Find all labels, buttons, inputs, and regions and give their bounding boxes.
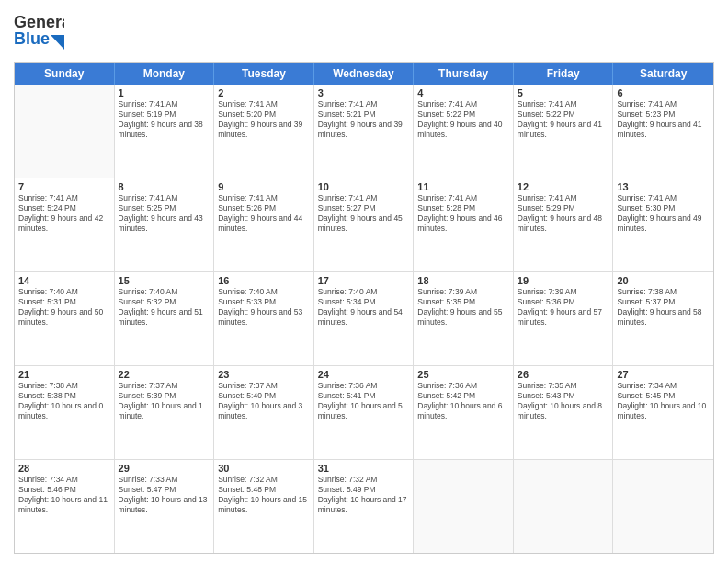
header-day-thursday: Thursday [414, 63, 514, 85]
sunset-text: Sunset: 5:43 PM [518, 391, 609, 401]
sunrise-text: Sunrise: 7:41 AM [119, 99, 210, 109]
sunset-text: Sunset: 5:46 PM [18, 485, 110, 495]
logo: General Blue [14, 9, 64, 54]
calendar-week-3: 14Sunrise: 7:40 AMSunset: 5:31 PMDayligh… [15, 272, 713, 366]
sunset-text: Sunset: 5:25 PM [119, 203, 210, 213]
calendar-cell: 5Sunrise: 7:41 AMSunset: 5:22 PMDaylight… [514, 85, 614, 178]
sunset-text: Sunset: 5:39 PM [119, 391, 210, 401]
calendar-cell: 28Sunrise: 7:34 AMSunset: 5:46 PMDayligh… [15, 460, 115, 553]
calendar-cell: 29Sunrise: 7:33 AMSunset: 5:47 PMDayligh… [115, 460, 215, 553]
day-number: 29 [119, 463, 210, 474]
day-number: 31 [318, 463, 410, 474]
calendar-cell: 23Sunrise: 7:37 AMSunset: 5:40 PMDayligh… [214, 366, 314, 459]
calendar-cell: 17Sunrise: 7:40 AMSunset: 5:34 PMDayligh… [314, 272, 415, 365]
calendar-cell: 9Sunrise: 7:41 AMSunset: 5:26 PMDaylight… [214, 178, 314, 271]
sunset-text: Sunset: 5:34 PM [318, 297, 410, 307]
calendar-cell: 24Sunrise: 7:36 AMSunset: 5:41 PMDayligh… [314, 366, 415, 459]
calendar-body: 1Sunrise: 7:41 AMSunset: 5:19 PMDaylight… [15, 85, 713, 553]
sunrise-text: Sunrise: 7:39 AM [417, 287, 509, 297]
calendar-week-1: 1Sunrise: 7:41 AMSunset: 5:19 PMDaylight… [15, 85, 713, 178]
sunrise-text: Sunrise: 7:40 AM [18, 287, 110, 297]
daylight-text: Daylight: 9 hours and 42 minutes. [18, 213, 110, 234]
svg-text:Blue: Blue [14, 29, 50, 48]
day-number: 23 [218, 369, 310, 380]
daylight-text: Daylight: 10 hours and 8 minutes. [518, 401, 609, 421]
day-number: 16 [218, 275, 310, 286]
sunrise-text: Sunrise: 7:34 AM [18, 475, 110, 485]
calendar-cell: 10Sunrise: 7:41 AMSunset: 5:27 PMDayligh… [314, 178, 415, 271]
sunrise-text: Sunrise: 7:41 AM [417, 193, 509, 203]
sunrise-text: Sunrise: 7:41 AM [518, 193, 609, 203]
header: General Blue [14, 9, 714, 54]
day-number: 11 [417, 181, 509, 192]
sunset-text: Sunset: 5:45 PM [617, 391, 710, 401]
day-number: 22 [119, 369, 210, 380]
sunrise-text: Sunrise: 7:41 AM [18, 193, 110, 203]
sunset-text: Sunset: 5:23 PM [617, 109, 710, 120]
sunrise-text: Sunrise: 7:40 AM [119, 287, 210, 297]
day-number: 7 [18, 181, 110, 192]
calendar-cell: 3Sunrise: 7:41 AMSunset: 5:21 PMDaylight… [314, 85, 415, 178]
daylight-text: Daylight: 9 hours and 43 minutes. [119, 213, 210, 234]
sunset-text: Sunset: 5:33 PM [218, 297, 310, 307]
day-number: 20 [617, 275, 710, 286]
calendar-week-5: 28Sunrise: 7:34 AMSunset: 5:46 PMDayligh… [15, 460, 713, 553]
calendar-cell: 2Sunrise: 7:41 AMSunset: 5:20 PMDaylight… [214, 85, 314, 178]
calendar-cell: 12Sunrise: 7:41 AMSunset: 5:29 PMDayligh… [514, 178, 614, 271]
day-number: 9 [218, 181, 310, 192]
sunrise-text: Sunrise: 7:41 AM [218, 99, 310, 109]
sunrise-text: Sunrise: 7:41 AM [617, 193, 710, 203]
sunrise-text: Sunrise: 7:37 AM [218, 381, 310, 391]
sunrise-text: Sunrise: 7:35 AM [518, 381, 609, 391]
daylight-text: Daylight: 9 hours and 44 minutes. [218, 213, 310, 234]
sunset-text: Sunset: 5:30 PM [617, 203, 710, 213]
day-number: 15 [119, 275, 210, 286]
sunset-text: Sunset: 5:29 PM [518, 203, 609, 213]
calendar-cell: 11Sunrise: 7:41 AMSunset: 5:28 PMDayligh… [414, 178, 514, 271]
header-day-monday: Monday [115, 63, 215, 85]
sunrise-text: Sunrise: 7:34 AM [617, 381, 710, 391]
sunrise-text: Sunrise: 7:36 AM [318, 381, 410, 391]
day-number: 30 [218, 463, 310, 474]
calendar-cell: 8Sunrise: 7:41 AMSunset: 5:25 PMDaylight… [115, 178, 215, 271]
daylight-text: Daylight: 10 hours and 0 minutes. [18, 401, 110, 421]
calendar-cell [613, 460, 713, 553]
calendar-cell: 19Sunrise: 7:39 AMSunset: 5:36 PMDayligh… [514, 272, 614, 365]
calendar-cell: 21Sunrise: 7:38 AMSunset: 5:38 PMDayligh… [15, 366, 115, 459]
daylight-text: Daylight: 9 hours and 51 minutes. [119, 307, 210, 327]
day-number: 21 [18, 369, 110, 380]
calendar-cell: 30Sunrise: 7:32 AMSunset: 5:48 PMDayligh… [214, 460, 314, 553]
sunrise-text: Sunrise: 7:37 AM [119, 381, 210, 391]
sunrise-text: Sunrise: 7:33 AM [119, 475, 210, 485]
sunset-text: Sunset: 5:22 PM [518, 109, 609, 120]
sunset-text: Sunset: 5:40 PM [218, 391, 310, 401]
sunrise-text: Sunrise: 7:32 AM [318, 475, 410, 485]
day-number: 4 [417, 87, 509, 98]
daylight-text: Daylight: 9 hours and 40 minutes. [417, 120, 509, 140]
header-day-sunday: Sunday [15, 63, 115, 85]
calendar-cell: 22Sunrise: 7:37 AMSunset: 5:39 PMDayligh… [115, 366, 215, 459]
sunrise-text: Sunrise: 7:41 AM [518, 99, 609, 109]
day-number: 18 [417, 275, 509, 286]
sunrise-text: Sunrise: 7:40 AM [218, 287, 310, 297]
calendar-cell: 4Sunrise: 7:41 AMSunset: 5:22 PMDaylight… [414, 85, 514, 178]
day-number: 19 [518, 275, 609, 286]
header-day-wednesday: Wednesday [314, 63, 415, 85]
daylight-text: Daylight: 10 hours and 11 minutes. [18, 495, 110, 515]
calendar-cell [15, 85, 115, 178]
sunset-text: Sunset: 5:26 PM [218, 203, 310, 213]
day-number: 2 [218, 87, 310, 98]
daylight-text: Daylight: 10 hours and 3 minutes. [218, 401, 310, 421]
sunset-text: Sunset: 5:41 PM [318, 391, 410, 401]
calendar-week-2: 7Sunrise: 7:41 AMSunset: 5:24 PMDaylight… [15, 178, 713, 272]
sunset-text: Sunset: 5:49 PM [318, 485, 410, 495]
sunrise-text: Sunrise: 7:41 AM [119, 193, 210, 203]
sunrise-text: Sunrise: 7:40 AM [318, 287, 410, 297]
sunrise-text: Sunrise: 7:41 AM [617, 99, 710, 109]
sunset-text: Sunset: 5:36 PM [518, 297, 609, 307]
calendar-week-4: 21Sunrise: 7:38 AMSunset: 5:38 PMDayligh… [15, 366, 713, 460]
calendar-cell: 7Sunrise: 7:41 AMSunset: 5:24 PMDaylight… [15, 178, 115, 271]
sunrise-text: Sunrise: 7:41 AM [218, 193, 310, 203]
day-number: 28 [18, 463, 110, 474]
daylight-text: Daylight: 9 hours and 39 minutes. [318, 120, 410, 140]
